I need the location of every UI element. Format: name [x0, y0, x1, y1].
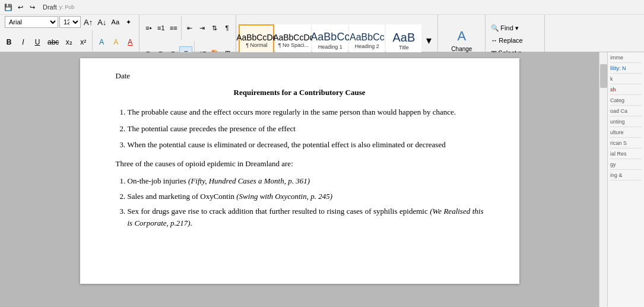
replace-label: Replace [499, 37, 522, 44]
cause-1: On-the-job injuries (Fifty, Hundred Case… [128, 175, 484, 187]
font-name-select[interactable]: Arial [5, 16, 58, 28]
multilevel-list-btn[interactable]: ≡≡ [167, 22, 179, 34]
document-heading: Requirements for a Contributory Cause [116, 87, 484, 99]
right-panel-item-9: rican S [610, 140, 642, 148]
undo-btn[interactable]: ↩ [14, 1, 26, 13]
right-panel-item-2: lility: N [610, 65, 642, 74]
style-nospacing-preview: AaBbCcDc [273, 33, 313, 43]
right-panel-item-5: Categ [610, 97, 642, 106]
superscript-btn[interactable]: x² [77, 36, 90, 49]
save-btn[interactable]: 💾 [2, 1, 14, 13]
right-panel-item-12: ing & [610, 172, 642, 181]
style-h2-preview: AaBbCc [350, 31, 385, 43]
style-no-spacing[interactable]: AaBbCcDc ¶ No Spaci... [275, 24, 311, 56]
document-area: Date Requirements for a Contributory Cau… [0, 52, 599, 307]
requirement-2: The potential cause precedes the presenc… [128, 123, 484, 135]
redo-btn[interactable]: ↪ [26, 1, 38, 13]
style-title-label: Title [399, 45, 409, 50]
font-size-select[interactable]: 12 [59, 16, 81, 28]
style-normal-preview: AaBbCcDc [236, 33, 277, 43]
scroll-thumb[interactable] [600, 64, 607, 88]
underline-btn[interactable]: U [31, 36, 44, 49]
style-title-preview: AaB [392, 30, 415, 45]
style-heading1[interactable]: AaBbCc Heading 1 [312, 24, 348, 56]
divider2 [181, 16, 182, 40]
causes-list: On-the-job injuries (Fifty, Hundred Case… [128, 175, 484, 229]
date-text: Date [116, 71, 131, 80]
right-panel-item-1: imme [610, 55, 642, 63]
increase-indent-btn[interactable]: ⇥ [196, 22, 208, 34]
requirement-1: The probable cause and the effect occurs… [128, 106, 484, 118]
right-panel-item-10: ial Res [610, 151, 642, 159]
style-nospacing-label: ¶ No Spaci... [278, 42, 309, 48]
find-label: Find ▾ [500, 24, 518, 32]
document-page[interactable]: Date Requirements for a Contributory Cau… [80, 58, 519, 284]
font-shrink-btn[interactable]: A↓ [96, 16, 108, 28]
vertical-scrollbar[interactable] [599, 52, 607, 307]
main-requirements-list: The probable cause and the effect occurs… [128, 106, 484, 151]
numbered-list-btn[interactable]: ≡1 [155, 22, 167, 34]
right-panel-content: imme lility: N k sh Categ oad Ca unting … [608, 52, 644, 185]
bullet-list-btn[interactable]: ≡• [142, 22, 154, 34]
style-title[interactable]: AaB Title [386, 24, 421, 56]
style-normal-label: ¶ Normal [246, 42, 267, 48]
cause-2-text: Sales and marketing of OxyContin [128, 192, 237, 201]
style-h1-preview: AaBbCc [310, 31, 350, 44]
style-heading2[interactable]: AaBbCc Heading 2 [349, 24, 385, 56]
cause-3-text: Sex for drugs gave rise to crack additio… [128, 207, 430, 216]
show-hide-btn[interactable]: ¶ [221, 22, 233, 34]
divider1 [92, 30, 93, 54]
strikethrough-btn[interactable]: abc [45, 36, 61, 49]
italic-btn[interactable]: I [17, 36, 30, 49]
font-grow-btn[interactable]: A↑ [82, 16, 94, 28]
right-panel-item-11: gy [610, 162, 642, 170]
text-highlight-btn[interactable]: A [95, 36, 108, 49]
right-panel-item-4: sh [610, 87, 642, 95]
bold-btn[interactable]: B [2, 36, 15, 49]
pub-label: y: Pub [59, 4, 75, 10]
cause-3: Sex for drugs gave rise to crack additio… [128, 205, 484, 229]
font-name-row: Arial 12 A↑ A↓ Aa ✦ [5, 16, 134, 28]
para-row1: ≡• ≡1 ≡≡ ⇤ ⇥ ⇅ ¶ [142, 16, 233, 40]
find-btn[interactable]: 🔍 Find ▾ [488, 22, 542, 34]
date-line: Date [116, 70, 484, 82]
cause-2-cite: (Swing with Oxycontin, p. 245) [236, 192, 332, 201]
more-styles-btn[interactable]: ▾ [423, 34, 434, 46]
style-h2-label: Heading 2 [355, 43, 379, 49]
clear-format-btn[interactable]: ✦ [122, 16, 134, 28]
requirement-3: When the potential cause is eliminated o… [128, 139, 484, 151]
app-container: Date Requirements for a Contributory Cau… [0, 52, 644, 307]
right-panel-item-6: oad Ca [610, 108, 642, 116]
ribbon: 💾 ↩ ↪ Draft y: Pub Arial 12 A↑ A↓ Aa ✦ [0, 0, 644, 52]
replace-icon: ↔ [491, 37, 497, 44]
cause-2: Sales and marketing of OxyContin (Swing … [128, 191, 484, 202]
style-h1-label: Heading 1 [318, 44, 342, 50]
right-panel-item-8: ulture [610, 129, 642, 138]
subscript-btn[interactable]: x₂ [62, 36, 75, 49]
draft-label: Draft [43, 4, 57, 11]
sort-btn[interactable]: ⇅ [208, 22, 220, 34]
text-color-btn[interactable]: A [109, 36, 122, 49]
quick-access-toolbar: 💾 ↩ ↪ Draft y: Pub [0, 0, 644, 15]
font-color-btn[interactable]: A [123, 36, 137, 49]
right-panel-item-7: unting [610, 119, 642, 127]
right-panel: imme lility: N k sh Categ oad Ca unting … [607, 52, 644, 307]
right-panel-item-3: k [610, 76, 642, 84]
decrease-indent-btn[interactable]: ⇤ [183, 22, 195, 34]
change-styles-icon: A [458, 29, 467, 44]
replace-btn[interactable]: ↔ Replace [488, 34, 542, 46]
three-causes-text: Three of the causes of opioid epidemic i… [116, 158, 484, 170]
cause-1-cite: (Fifty, Hundred Cases a Month, p. 361) [188, 176, 310, 185]
style-normal[interactable]: AaBbCcDc ¶ Normal [239, 24, 274, 56]
find-icon: 🔍 [491, 24, 499, 32]
font-format-row: B I U abc x₂ x² A A A [2, 30, 137, 54]
cause-1-text: On-the-job injuries [128, 176, 189, 185]
change-case-btn[interactable]: Aa [109, 16, 121, 28]
